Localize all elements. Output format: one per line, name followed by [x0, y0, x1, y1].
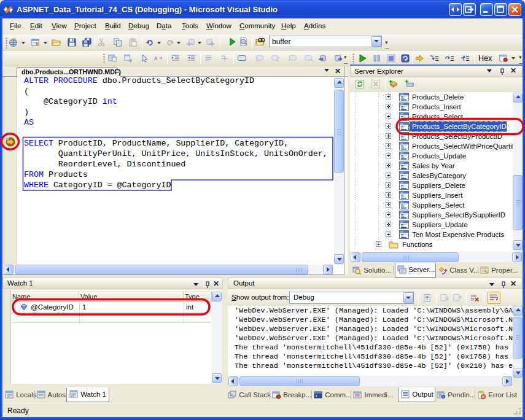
- svg-text:A: A: [154, 55, 158, 61]
